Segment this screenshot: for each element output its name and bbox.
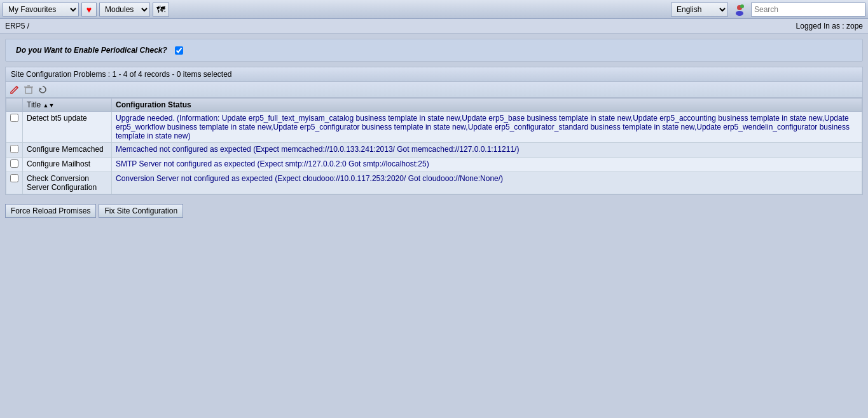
status-header: Configuration Status <box>112 98 862 112</box>
table-row: Configure MemcachedMemcached not configu… <box>6 143 862 158</box>
breadcrumb-path: ERP5 / <box>5 22 29 30</box>
config-table-title: Site Configuration Problems : 1 - 4 of 4… <box>6 67 862 82</box>
search-input[interactable] <box>751 3 865 17</box>
row-checkbox-cell <box>6 143 23 158</box>
config-table: Title ▲▼ Configuration Status Detect bt5… <box>6 98 862 194</box>
row-checkbox[interactable] <box>10 174 18 182</box>
user-icon <box>732 3 747 17</box>
row-title: Detect bt5 update <box>23 112 112 143</box>
table-row: Detect bt5 updateUpgrade needed. (Inform… <box>6 112 862 143</box>
svg-marker-8 <box>39 88 42 90</box>
row-status: SMTP Server not configured as expected (… <box>112 158 862 172</box>
row-status: Memcached not configured as expected (Ex… <box>112 143 862 158</box>
select-all-header <box>6 98 23 112</box>
svg-marker-3 <box>11 86 18 93</box>
table-row: Configure MailhostSMTP Server not config… <box>6 158 862 172</box>
row-checkbox-cell <box>6 112 23 143</box>
row-title: Configure Mailhost <box>23 158 112 172</box>
topbar-right: English <box>671 3 865 17</box>
svg-point-1 <box>736 11 743 16</box>
row-checkbox[interactable] <box>10 114 18 122</box>
row-status: Conversion Server not configured as expe… <box>112 172 862 194</box>
sort-arrows[interactable]: ▲▼ <box>43 102 55 109</box>
config-section: Site Configuration Problems : 1 - 4 of 4… <box>5 67 863 195</box>
config-table-body: Detect bt5 updateUpgrade needed. (Inform… <box>6 112 862 194</box>
row-checkbox[interactable] <box>10 145 18 153</box>
edit-icon[interactable] <box>8 83 21 96</box>
navigate-icon: 🗺 <box>156 4 165 15</box>
row-title: Configure Memcached <box>23 143 112 158</box>
table-row: Check Conversion Server ConfigurationCon… <box>6 172 862 194</box>
delete-icon[interactable] <box>22 83 35 96</box>
title-header[interactable]: Title ▲▼ <box>23 98 112 112</box>
language-select[interactable]: English <box>671 3 728 17</box>
row-title: Check Conversion Server Configuration <box>23 172 112 194</box>
periodical-row: Do you Want to Enable Periodical Check? <box>16 46 852 55</box>
svg-line-4 <box>17 86 18 88</box>
login-info: Logged In as : zope <box>796 22 863 30</box>
row-checkbox[interactable] <box>10 159 18 168</box>
row-checkbox-cell <box>6 158 23 172</box>
heart-icon: ♥ <box>86 4 92 15</box>
periodical-checkbox[interactable] <box>175 46 183 55</box>
topbar-left: My Favourites ♥ Modules 🗺 <box>3 3 671 17</box>
row-checkbox-cell <box>6 172 23 194</box>
force-reload-button[interactable]: Force Reload Promises <box>5 204 96 218</box>
refresh-icon[interactable] <box>36 83 49 96</box>
fix-site-button[interactable]: Fix Site Configuration <box>99 204 183 218</box>
navigate-button[interactable]: 🗺 <box>153 3 169 17</box>
favourites-select[interactable]: My Favourites <box>3 3 79 17</box>
user-avatar-icon <box>733 3 747 17</box>
row-status: Upgrade needed. (Information: Update erp… <box>112 112 862 143</box>
heart-button[interactable]: ♥ <box>81 3 97 17</box>
table-header-row: Title ▲▼ Configuration Status <box>6 98 862 112</box>
table-toolbar <box>6 82 862 98</box>
periodical-section: Do you Want to Enable Periodical Check? <box>5 39 863 62</box>
topbar: My Favourites ♥ Modules 🗺 English <box>0 0 868 19</box>
svg-point-2 <box>740 4 744 8</box>
bottom-buttons: Force Reload Promises Fix Site Configura… <box>0 200 868 222</box>
modules-select[interactable]: Modules <box>99 3 150 17</box>
periodical-label: Do you Want to Enable Periodical Check? <box>16 46 167 55</box>
breadcrumb: ERP5 / Logged In as : zope <box>0 19 868 34</box>
svg-rect-5 <box>25 88 32 93</box>
